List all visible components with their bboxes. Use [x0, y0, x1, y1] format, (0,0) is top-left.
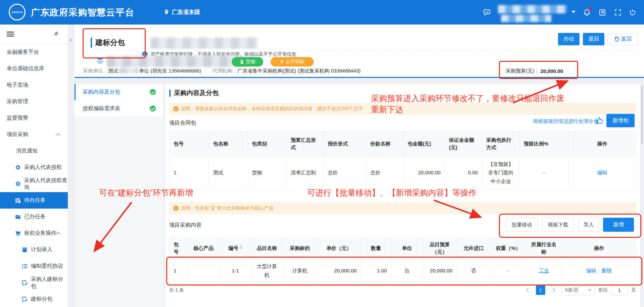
table-cell	[188, 259, 220, 282]
sidebar-item-supervision-warning[interactable]: 监督预警	[0, 110, 68, 126]
info-icon: i	[173, 106, 179, 112]
table-row: 1 1-1 大型计算机 计算机 20,000.00 1.00 台 20,000.…	[170, 259, 636, 282]
user-dropdown-caret[interactable]	[571, 11, 576, 13]
plan-entry-icon	[21, 247, 28, 253]
table-cell: 总价	[324, 157, 366, 189]
table-header-cell: 权重（%）	[491, 237, 526, 259]
power-icon[interactable]	[629, 8, 637, 16]
chat-icon[interactable]	[483, 8, 491, 16]
send-back-button[interactable]: 退回	[583, 33, 604, 45]
table-header-cell: 价款名称	[366, 131, 404, 157]
user-org-blur	[501, 15, 551, 22]
checklist-icon	[21, 263, 28, 269]
bulk-move-button[interactable]: 批量移动	[506, 218, 538, 232]
region-link[interactable]: 广东省本级	[172, 8, 200, 16]
next-page-button[interactable]	[549, 286, 558, 295]
budget-value: 20,000.00	[541, 68, 563, 74]
table-cell: 20,000.00	[423, 259, 457, 282]
sidebar-item-org-info-library[interactable]: 单位基础信息库	[0, 60, 68, 77]
gear-icon	[15, 181, 21, 187]
info-icon: i	[173, 206, 179, 211]
purchaser-name-blur	[119, 68, 138, 73]
goto-page-input[interactable]	[611, 285, 628, 296]
delete-link[interactable]: 删除	[602, 268, 612, 273]
table-cell: 否	[457, 259, 491, 282]
table-cell: 清单汇总制	[287, 157, 324, 189]
split-hint-text: 请根据项目情况进行合理分包	[533, 118, 598, 125]
sidebar-item-done-tasks[interactable]: 已办任务	[0, 209, 68, 225]
finish-button[interactable]: 办结	[558, 33, 580, 45]
sidebar-item-e-marketplace[interactable]: 电子卖场	[0, 77, 68, 93]
platform-logo: GDGPO	[9, 4, 26, 20]
go-back-button[interactable]: 返回	[608, 33, 638, 45]
edit-link[interactable]: 编辑	[597, 170, 607, 175]
region-selector[interactable]: 广东省本级	[164, 8, 200, 16]
core-product-notice: i 说明：性质标“是”表示此采购标的为核心产品	[169, 202, 636, 214]
sidebar-item-entrust-agreement[interactable]: 编制委托协议	[0, 258, 68, 274]
screen-switch-icon[interactable]	[598, 8, 606, 16]
page-size-select[interactable]: 5条/页	[561, 285, 595, 295]
sort-icon[interactable]	[240, 245, 242, 249]
import-button[interactable]: 导入	[578, 218, 599, 232]
table-header-cell: 包号	[170, 237, 188, 259]
edit-document-icon	[21, 296, 28, 302]
tab-auth-requirement-form[interactable]: 授权编辑需求表	[75, 100, 163, 117]
step-tab-column: 采购内容及分包 授权编辑需求表	[75, 84, 163, 307]
completed-check-icon	[150, 89, 156, 95]
add-button[interactable]: 新增	[603, 218, 634, 232]
table-header-cell-sortable[interactable]: 编号	[220, 237, 251, 259]
agency-label: 代理机构：	[212, 68, 237, 74]
dashed-divider	[83, 50, 639, 50]
fullscreen-icon[interactable]	[614, 8, 622, 16]
table-header-cell: 保证金金额(元)	[445, 131, 482, 157]
sidebar-item-purchaser-rep-auth[interactable]: 采购人代表授权	[0, 159, 68, 176]
table-header-cell: 单位	[391, 237, 423, 259]
chevron-down-icon	[588, 289, 591, 291]
table-cell: 20,000.00	[317, 259, 361, 282]
sidebar-item-plan-entry[interactable]: 计划录入	[0, 242, 68, 258]
sidebar-item-procurement-management[interactable]: 采购管理	[0, 93, 68, 110]
menu-toggle-icon[interactable]	[7, 32, 14, 37]
user-name-blur[interactable]	[498, 5, 567, 13]
chevron-up-icon	[56, 232, 60, 236]
table-header-cell: 单价（元）	[317, 237, 361, 259]
template-download-button[interactable]: 模板下载	[542, 218, 574, 232]
sidebar-item-todo-tasks[interactable]: 待办任务	[0, 192, 68, 209]
table-header-cell: 操作	[562, 237, 636, 259]
table-cell: -	[520, 157, 568, 189]
industry-link[interactable]: 工业	[539, 268, 549, 273]
sidebar-item-finance-platform[interactable]: 金融服务平台	[0, 44, 68, 60]
goods-doc-icon	[240, 60, 244, 64]
category-badge: 货物	[232, 57, 263, 67]
edit-document-icon	[21, 279, 28, 286]
scrollbar-thumb[interactable]	[641, 86, 643, 144]
table-cell: 工业	[526, 259, 562, 282]
table-cell: 计算机	[283, 259, 317, 282]
done-tasks-icon	[15, 214, 21, 220]
procurement-content-label: 项目采购内容	[169, 222, 201, 229]
sidebar-item-pre-bid-operations[interactable]: 标前业务操作	[0, 225, 68, 242]
project-info-row: 采购单位： 测试单位 (胡先生 13564666666) 代理机构： 广东省集中…	[83, 67, 361, 75]
tab-procurement-content[interactable]: 采购内容及分包	[75, 84, 163, 100]
table-header-cell: 预留比例%	[520, 131, 568, 157]
pin-icon[interactable]	[53, 31, 59, 37]
table-cell: 编辑	[568, 157, 636, 189]
app-window: GDGPO 广东政府采购智慧云平台 广东省本级 金融服务平台 单位基础信息库 电…	[0, 0, 644, 307]
page-header: 建标分包 办结 退回 返回 i 请严格遵守保密纪律，不得录入和发布涉密、敏感以及…	[75, 25, 644, 78]
sidebar-item-purchaser-bid-packaging[interactable]: 采购人建标分包	[0, 274, 68, 291]
table-header-cell: 预算汇总形式	[287, 131, 324, 157]
sidebar-item-message-notice[interactable]: 消息通知	[0, 143, 68, 159]
table-header-cell: 包名称	[209, 131, 248, 157]
sidebar-item-bid-packaging[interactable]: 建标分包	[0, 291, 68, 307]
sidebar-collapse-handle[interactable]	[68, 33, 74, 47]
collapse-arrow-icon	[70, 38, 72, 42]
sidebar-item-purchaser-rep-auth-query[interactable]: 采购人代表授权查询	[0, 176, 68, 192]
edit-link[interactable]: 编辑	[586, 268, 596, 273]
current-page-button[interactable]: 1	[536, 286, 545, 295]
prev-page-button[interactable]	[523, 286, 533, 295]
sidebar-item-project-procurement[interactable]: 项目采购	[0, 126, 68, 143]
table-header-cell: 包类别	[248, 131, 287, 157]
add-package-button[interactable]: 新增包	[606, 114, 635, 127]
table-header-cell: 数量	[361, 237, 391, 259]
title-accent-bar	[91, 38, 92, 48]
